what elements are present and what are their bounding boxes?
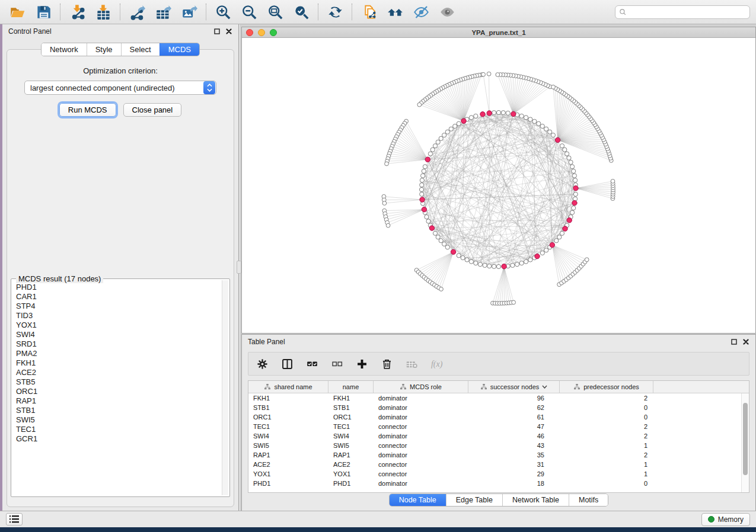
mcds-hub-node[interactable]: [429, 226, 434, 230]
mcds-result-list[interactable]: PHD1CAR1STP4TID3YOX1SWI4SRD1PMA2FKH1ACE2…: [12, 283, 221, 495]
columns-button[interactable]: [279, 356, 295, 371]
close-panel-button[interactable]: Close panel: [123, 103, 182, 117]
task-history-button[interactable]: [6, 513, 23, 525]
mcds-result-item[interactable]: TEC1: [16, 425, 221, 434]
mcds-result-scrollbar[interactable]: [222, 280, 228, 495]
mcds-result-item[interactable]: STB5: [16, 377, 221, 387]
run-mcds-button[interactable]: Run MCDS: [59, 103, 116, 117]
table-row[interactable]: ACE2ACE2connector311: [248, 460, 741, 469]
mcds-result-item[interactable]: RAP1: [16, 396, 221, 406]
mcds-result-item[interactable]: CAR1: [16, 292, 221, 302]
table-row[interactable]: RAP1RAP1dominator352: [248, 450, 741, 460]
mcds-result-item[interactable]: PHD1: [16, 283, 221, 292]
mcds-result-item[interactable]: YOX1: [16, 321, 221, 330]
hide-selected-button[interactable]: [410, 2, 432, 21]
search-input[interactable]: [630, 8, 746, 16]
mcds-hub-node[interactable]: [555, 137, 560, 142]
mcds-result-item[interactable]: ACE2: [16, 368, 221, 377]
zoom-selected-button[interactable]: [290, 2, 312, 21]
mcds-hub-node[interactable]: [420, 197, 425, 202]
mcds-hub-node[interactable]: [567, 218, 572, 223]
table-row[interactable]: SWI5SWI5connector431: [248, 441, 741, 450]
export-network-button[interactable]: [126, 2, 148, 21]
network-window-titlebar[interactable]: YPA_prune.txt_1: [242, 27, 755, 38]
tab-style[interactable]: Style: [87, 43, 121, 56]
table-row[interactable]: SWI4SWI4dominator462: [248, 431, 741, 441]
mcds-hub-node[interactable]: [563, 226, 567, 231]
search-field[interactable]: [615, 5, 750, 19]
close-panel-icon[interactable]: [225, 28, 232, 35]
mcds-result-item[interactable]: STB1: [16, 406, 221, 415]
optimization-criterion-select[interactable]: largest connected component (undirected): [24, 81, 216, 95]
tab-select[interactable]: Select: [121, 43, 160, 56]
save-session-button[interactable]: [32, 2, 55, 21]
zoom-fit-button[interactable]: [264, 2, 286, 21]
mcds-hub-node[interactable]: [573, 186, 578, 191]
mcds-result-item[interactable]: GCR1: [16, 434, 221, 444]
mcds-hub-node[interactable]: [422, 207, 426, 211]
table-tab-edge-table[interactable]: Edge Table: [446, 494, 502, 506]
mcds-result-item[interactable]: TID3: [16, 311, 221, 321]
export-table-button[interactable]: [152, 2, 174, 21]
table-tab-node-table[interactable]: Node Table: [390, 494, 446, 506]
mcds-hub-node[interactable]: [461, 118, 466, 123]
mcds-result-item[interactable]: STP4: [16, 302, 221, 311]
mcds-result-item[interactable]: PMA2: [16, 349, 221, 358]
table-row[interactable]: YOX1YOX1connector291: [248, 469, 741, 479]
float-table-panel-icon[interactable]: [731, 338, 738, 345]
float-panel-icon[interactable]: [213, 28, 221, 35]
maximize-window-icon[interactable]: [270, 29, 277, 36]
fx-button[interactable]: f(x): [429, 356, 444, 371]
clone-network-button[interactable]: [358, 2, 380, 21]
open-session-button[interactable]: [6, 2, 28, 21]
mcds-result-item[interactable]: ORC1: [16, 387, 221, 396]
column-header-MCDS-role[interactable]: MCDS role: [374, 381, 468, 393]
table-row[interactable]: ORC1ORC1dominator610: [248, 412, 741, 422]
column-header-predecessor-nodes[interactable]: predecessor nodes: [560, 381, 653, 393]
mcds-result-item[interactable]: FKH1: [16, 358, 221, 368]
mcds-result-item[interactable]: SWI4: [16, 330, 221, 339]
panel-splitter-handle[interactable]: [237, 261, 241, 274]
mcds-result-item[interactable]: SRD1: [16, 339, 221, 349]
mcds-hub-node[interactable]: [480, 112, 485, 117]
grid-delete-button[interactable]: [404, 356, 419, 371]
table-row[interactable]: TEC1TEC1connector472: [248, 422, 741, 431]
mcds-hub-node[interactable]: [502, 264, 506, 269]
column-header-successor-nodes[interactable]: successor nodes: [468, 381, 560, 393]
refresh-button[interactable]: [324, 2, 346, 21]
mcds-hub-node[interactable]: [572, 200, 577, 205]
show-all-button[interactable]: [436, 2, 458, 21]
check-pair-button[interactable]: [304, 356, 320, 371]
table-row[interactable]: PHD1PHD1dominator180: [248, 479, 741, 488]
gear-button[interactable]: [254, 356, 270, 371]
table-scrollbar[interactable]: [741, 393, 749, 492]
mcds-hub-node[interactable]: [535, 254, 540, 258]
mcds-hub-node[interactable]: [511, 111, 516, 116]
memory-button[interactable]: Memory: [701, 513, 750, 526]
first-neighbors-button[interactable]: [384, 2, 406, 21]
tab-network[interactable]: Network: [42, 43, 87, 56]
plus-button[interactable]: [354, 356, 369, 371]
network-canvas[interactable]: [242, 39, 755, 333]
tab-mcds[interactable]: MCDS: [160, 43, 199, 56]
minimize-window-icon[interactable]: [258, 29, 265, 36]
zoom-in-button[interactable]: [212, 2, 234, 21]
table-row[interactable]: STB1STB1dominator620: [248, 403, 741, 412]
export-image-button[interactable]: [178, 2, 200, 21]
table-tab-motifs[interactable]: Motifs: [569, 494, 608, 506]
close-table-panel-icon[interactable]: [742, 338, 749, 345]
trash-button[interactable]: [379, 356, 394, 371]
mcds-hub-node[interactable]: [550, 242, 554, 247]
zoom-out-button[interactable]: [238, 2, 260, 21]
mcds-hub-node[interactable]: [487, 111, 492, 116]
close-window-icon[interactable]: [246, 29, 253, 36]
import-network-button[interactable]: [66, 2, 88, 21]
column-header-name[interactable]: name: [328, 381, 374, 393]
table-scrollbar-thumb[interactable]: [743, 403, 748, 475]
mcds-hub-node[interactable]: [425, 157, 430, 162]
column-header-shared-name[interactable]: shared name: [248, 381, 328, 393]
mcds-result-item[interactable]: SWI5: [16, 415, 221, 425]
table-tab-network-table[interactable]: Network Table: [502, 494, 569, 506]
import-table-button[interactable]: [92, 2, 114, 21]
uncheck-pair-button[interactable]: [329, 356, 344, 371]
